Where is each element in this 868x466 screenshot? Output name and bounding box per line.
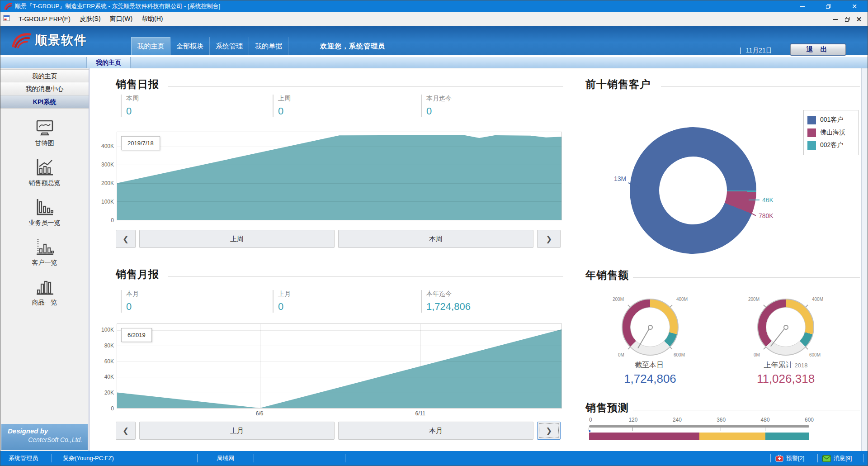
kpi-item-product-list[interactable]: 商品一览 [0,274,89,314]
stat-value: 0 [426,105,529,117]
alert-kit-icon [775,455,783,462]
legend-label: 001客户 [820,116,843,124]
stat-value: 1,724,806 [426,301,529,313]
status-alerts[interactable]: 预警[2] [775,451,804,466]
daily-sales-title: 销售日报 [116,77,159,91]
daily-sales-plot-area[interactable]: 2019/7/18 [117,132,562,220]
minimize-button[interactable] [789,0,815,12]
stat-label: 本月 [126,290,229,298]
gauge-tick [805,347,808,349]
x-axis-labels: 6/66/11 [117,409,562,417]
status-network: 局域网 [217,451,234,466]
tab-my-documents[interactable]: 我的单据 [249,37,288,55]
menu-tgroup-erp[interactable]: T-GROUP ERP(E) [14,12,75,26]
mdi-close-button[interactable]: ✕ [853,15,865,24]
restore-button[interactable] [815,0,841,12]
menu-window[interactable]: 窗口(W) [105,12,137,26]
gantt-chart-icon [35,118,54,138]
forecast-stacked-bar[interactable] [589,433,809,440]
mdi-restore-button[interactable] [841,17,853,22]
gauge-tick [627,304,630,307]
kpi-item-gantt-chart[interactable]: 甘特图 [0,115,89,155]
gauge-tick [763,347,766,349]
stat-label: 上月 [278,290,381,298]
tab-system-management[interactable]: 系统管理 [210,37,249,55]
close-button[interactable]: ✕ [841,0,868,12]
section-divider [168,276,563,277]
app-header: 顺景软件 我的主页 全部模块 系统管理 我的单据 欢迎您，系统管理员 | 11月… [0,26,868,55]
tab-my-homepage[interactable]: 我的主页 [131,37,170,55]
kpi-item-customer-list[interactable]: 客户一览 [0,234,89,274]
gauge-axis-label: 400M [812,297,823,302]
customer-list-icon [35,237,55,257]
menu-skin[interactable]: 皮肤(S) [75,12,105,26]
gauge-tick [805,304,808,307]
kpi-item-sales-total[interactable]: 销售额总览 [0,155,89,195]
mdi-tab-my-homepage[interactable]: 我的主页 [86,57,131,68]
exit-button[interactable]: 退 出 [790,44,846,55]
status-messages[interactable]: 消息[9] [822,451,852,466]
legend-marker [807,128,816,137]
daily-last-week-button[interactable]: 上周 [139,230,335,248]
legend-item-foshan[interactable]: 佛山海沃 [807,126,854,139]
workspace: 我的主页 我的消息中心 KPI系统 甘特图 销售额总览 [0,68,868,452]
gauge-today[interactable]: 200M 400M 0M 600M [622,299,679,356]
status-machine: 复杂(Young-PC:FZ) [63,451,114,466]
minimize-icon [800,6,805,7]
daily-prev-arrow-button[interactable]: ❮ [116,230,136,248]
monthly-next-arrow-button[interactable]: ❯ [537,422,561,440]
stat-this-month: 本月 0 [121,290,229,313]
forecast-pointer [589,430,590,432]
monthly-prev-arrow-button[interactable]: ❮ [116,422,136,440]
gauge-pivot [783,325,788,330]
menu-help[interactable]: 帮助(H) [137,12,167,26]
section-divider [633,277,860,278]
pie-label-780k: 780K [759,212,774,219]
menu-bar: T-GROUP ERP(E) 皮肤(S) 窗口(W) 帮助(H) ✕ [0,12,868,26]
stat-value: 0 [126,301,229,313]
y-axis-labels: 400K300K200K100K0 [93,132,114,220]
close-icon: ✕ [852,3,857,10]
welcome-message: 欢迎您，系统管理员 [320,37,385,55]
stat-value: 0 [278,105,381,117]
donut-hole [659,157,727,224]
chart-tooltip: 6/2019 [121,328,152,342]
vertical-scrollbar[interactable] [861,68,868,452]
daily-this-week-button[interactable]: 本周 [338,230,533,248]
gauge-caption: 截至本日 [600,361,700,370]
kpi-item-salesman-list[interactable]: 业务员一览 [0,195,89,234]
gauge-last-year[interactable]: 200M 400M 0M 600M [757,299,814,356]
top-customers-title: 前十销售客户 [585,77,651,91]
sidebar-item-kpi-system[interactable]: KPI系统 [0,95,89,109]
customers-donut[interactable] [630,127,756,254]
x-axis-labels [117,220,562,228]
forecast-axis [589,425,809,428]
monthly-last-month-button[interactable]: 上月 [139,422,335,440]
monthly-sales-chart: 100K80K60K40K20K0 6/2019 6/66/11 [117,323,562,409]
gauge-tick [670,304,672,307]
gauge-axis-label: 600M [674,352,685,357]
window-titlebar: 顺景『T-GROUP』制造业ERP系统 - 东莞顺景软件科技有限公司 - [系统… [0,0,868,12]
stat-label: 本周 [126,95,229,103]
gauge-caption: 上年累计2018 [736,361,835,370]
legend-item-002[interactable]: 002客户 [807,139,854,152]
kpi-item-label: 销售额总览 [29,179,61,187]
gauge-axis-label: 400M [676,297,688,302]
kpi-item-label: 业务员一览 [29,219,61,227]
status-separator [345,454,345,462]
kpi-shortcut-list: 甘特图 销售额总览 业务员一览 [0,109,89,314]
sidebar-item-message-center[interactable]: 我的消息中心 [0,82,89,95]
sidebar-item-my-homepage[interactable]: 我的主页 [0,69,89,82]
salesman-list-icon [35,197,55,217]
monthly-this-month-button[interactable]: 本月 [338,422,533,440]
tab-all-modules[interactable]: 全部模块 [170,37,210,55]
daily-next-arrow-button[interactable]: ❯ [537,230,561,248]
gauge-axis-label: 0M [618,352,624,357]
section-divider [633,410,860,410]
mdi-minimize-button[interactable] [830,19,841,20]
designed-by-badge: Designed by CenterSoft Co.,Ltd. [1,424,88,450]
monthly-sales-plot-area[interactable]: 6/2019 [117,323,562,409]
designed-by-text: Designed by [8,427,82,435]
daily-sales-chart: 400K300K200K100K0 2019/7/18 [117,132,562,220]
legend-item-001[interactable]: 001客户 [807,114,854,126]
